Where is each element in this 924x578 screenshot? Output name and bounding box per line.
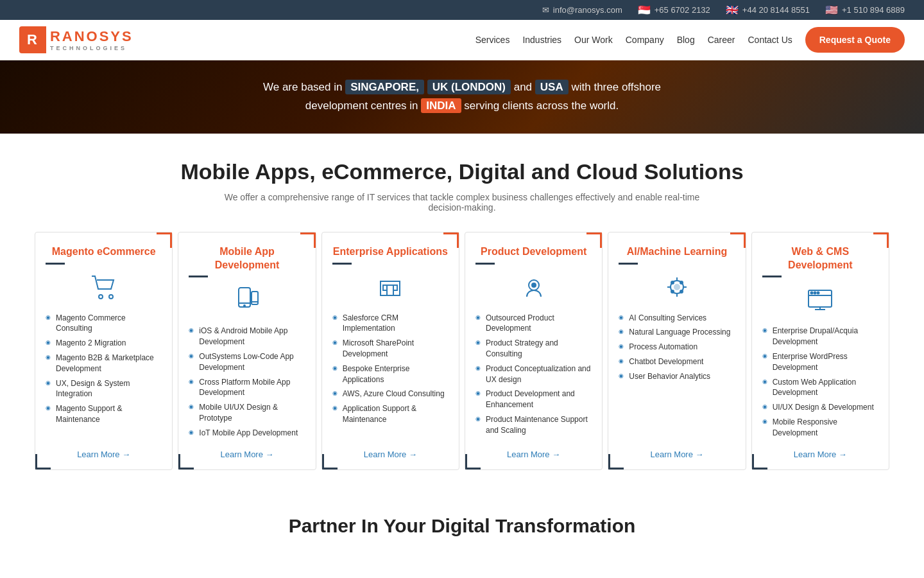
learn-more-product[interactable]: Learn More <box>475 450 592 459</box>
svg-rect-8 <box>387 285 393 295</box>
logo[interactable]: R RANOSYS TECHNOLOGIES <box>19 26 133 53</box>
request-quote-button[interactable]: Request a Quote <box>805 27 905 53</box>
card-divider <box>762 276 782 277</box>
phone-us-number: +1 510 894 6889 <box>842 5 905 15</box>
svg-point-4 <box>244 305 245 306</box>
svg-point-22 <box>811 292 813 294</box>
card-corner-tr <box>300 232 316 248</box>
card-title-web: Web & CMS Development <box>762 245 878 272</box>
card-list-ai: AI Consulting ServicesNatural Language P… <box>619 311 735 441</box>
banner-pre1: We are based in <box>263 81 342 93</box>
svg-point-1 <box>109 295 113 299</box>
card-title-magento: Magento eCommerce <box>46 245 162 259</box>
nav-blog[interactable]: Blog <box>677 35 695 45</box>
partner-title: Partner In Your Digital Transformation <box>19 515 905 537</box>
banner-pre2: development centres in <box>305 100 418 112</box>
list-item: Microsoft SharePoint Development <box>332 336 449 362</box>
list-item: Magento B2B & Marketplace Development <box>46 351 162 376</box>
list-item: Enterprise Drupal/Acquia Development <box>762 324 878 349</box>
logo-box: R <box>19 26 46 53</box>
svg-point-24 <box>817 292 819 294</box>
card-ai: AI/Machine LearningAI Consulting Service… <box>608 232 746 470</box>
list-item: OutSystems Low-Code App Development <box>189 349 305 375</box>
nav-career[interactable]: Career <box>708 35 735 45</box>
learn-more-enterprise[interactable]: Learn More <box>332 450 449 459</box>
list-item: Mobile Responsive Development <box>762 415 878 441</box>
list-item: Product Maintenance Support and Scaling <box>475 412 592 438</box>
list-item: Outsourced Product Development <box>475 311 592 337</box>
list-item: AWS, Azure Cloud Consulting <box>332 387 449 401</box>
card-icon-ai <box>619 272 735 302</box>
nav-company[interactable]: Company <box>626 35 664 45</box>
card-icon-cart <box>46 272 162 302</box>
flag-sg: 🇸🇬 <box>638 4 651 16</box>
svg-point-17 <box>671 290 674 293</box>
nav-industries[interactable]: Industries <box>522 35 561 45</box>
nav-our-work[interactable]: Our Work <box>574 35 613 45</box>
card-icon-product <box>475 272 592 302</box>
flag-us: 🇺🇸 <box>825 4 838 16</box>
cards-grid: Magento eCommerceMagento Commerce Consul… <box>19 232 905 470</box>
card-enterprise: Enterprise ApplicationsSalesforce CRM Im… <box>321 232 459 470</box>
main-nav: Services Industries Our Work Company Blo… <box>475 27 905 53</box>
learn-more-mobile[interactable]: Learn More <box>189 450 305 459</box>
card-magento: Magento eCommerceMagento Commerce Consul… <box>35 232 173 470</box>
list-item: Bespoke Enterprise Applications <box>332 362 449 387</box>
list-item: Magento Support & Maintenance <box>46 401 162 427</box>
card-corner-bl <box>322 454 338 469</box>
card-divider <box>619 263 638 265</box>
card-list-product: Outsourced Product DevelopmentProduct St… <box>475 311 592 441</box>
list-item: IoT Mobile App Development <box>189 426 305 441</box>
list-item: Process Automation <box>619 340 735 355</box>
logo-sub: TECHNOLOGIES <box>50 45 133 51</box>
card-divider <box>189 276 208 277</box>
card-title-enterprise: Enterprise Applications <box>332 245 449 259</box>
learn-more-magento[interactable]: Learn More <box>46 450 162 459</box>
nav-contact-us[interactable]: Contact Us <box>748 35 792 45</box>
list-item: Enterprise WordPress Development <box>762 349 878 375</box>
svg-point-19 <box>674 285 680 290</box>
card-title-mobile: Mobile App Development <box>189 245 305 272</box>
card-divider <box>46 263 65 265</box>
svg-point-0 <box>99 295 103 299</box>
card-title-ai: AI/Machine Learning <box>619 245 735 259</box>
card-corner-bl <box>752 454 767 469</box>
main-title: Mobile Apps, eCommerce, Digital and Clou… <box>19 159 905 184</box>
banner-post1: with three offshore <box>571 81 661 93</box>
flag-uk: 🇬🇧 <box>726 4 739 16</box>
list-item: Salesforce CRM Implementation <box>332 311 449 337</box>
card-icon-web <box>762 285 878 315</box>
card-icon-enterprise <box>332 272 449 302</box>
card-divider <box>332 263 352 265</box>
phone-us: 🇺🇸 +1 510 894 6889 <box>825 4 905 16</box>
svg-point-13 <box>532 283 536 287</box>
list-item: User Behavior Analytics <box>619 369 735 384</box>
card-corner-bl <box>465 454 481 469</box>
learn-more-ai[interactable]: Learn More <box>619 450 735 459</box>
card-corner-bl <box>178 454 194 469</box>
list-item: Natural Language Processing <box>619 325 735 340</box>
svg-point-16 <box>680 281 683 284</box>
nav-services[interactable]: Services <box>475 35 510 45</box>
list-item: Product Conceptualization and UX design <box>475 362 592 387</box>
banner-line2: development centres in INDIA serving cli… <box>26 97 898 116</box>
card-corner-tr <box>873 232 889 248</box>
card-corner-tr <box>157 232 172 248</box>
list-item: Application Support & Maintenance <box>332 401 449 427</box>
card-list-mobile: iOS & Android Mobile App DevelopmentOutS… <box>189 324 305 440</box>
list-item: UI/UX Design & Development <box>762 400 878 415</box>
phone-uk: 🇬🇧 +44 20 8144 8551 <box>726 4 810 16</box>
learn-more-web[interactable]: Learn More <box>762 450 878 459</box>
card-mobile: Mobile App DevelopmentiOS & Android Mobi… <box>178 232 316 470</box>
list-item: Product Development and Enhancement <box>475 387 592 412</box>
card-corner-bl <box>35 454 51 469</box>
main-subtitle: We offer a comprehensive range of IT ser… <box>212 192 712 213</box>
banner-line1: We are based in SINGAPORE, UK (LONDON) a… <box>26 78 898 97</box>
phone-sg-number: +65 6702 2132 <box>654 5 710 15</box>
phone-sg: 🇸🇬 +65 6702 2132 <box>638 4 710 16</box>
email-contact: ✉ info@ranosys.com <box>542 5 622 15</box>
svg-point-18 <box>680 290 683 293</box>
list-item: iOS & Android Mobile App Development <box>189 324 305 349</box>
header: R RANOSYS TECHNOLOGIES Services Industri… <box>0 20 924 60</box>
location-uk: UK (LONDON) <box>427 80 511 94</box>
